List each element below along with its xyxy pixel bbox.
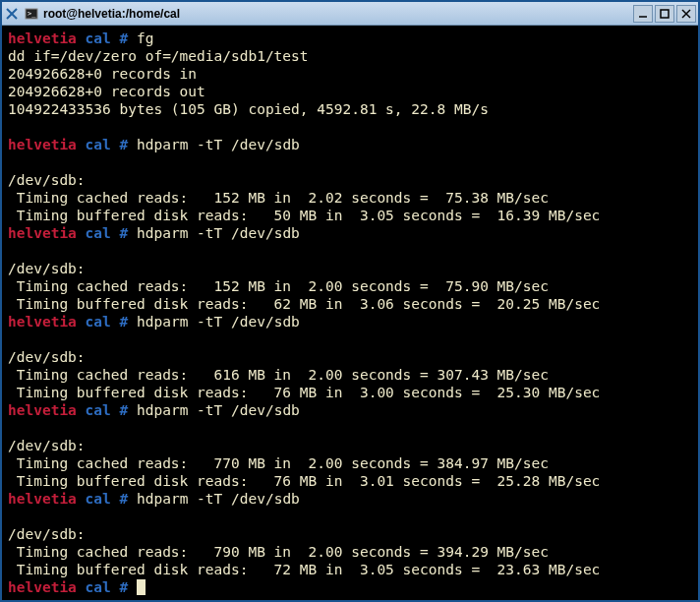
close-button[interactable] xyxy=(676,5,696,23)
prompt-hash: # xyxy=(120,402,129,418)
prompt-host: helvetia xyxy=(8,402,77,418)
prompt-dir: cal xyxy=(86,402,111,418)
prompt-host: helvetia xyxy=(8,30,77,46)
output-line: /dev/sdb: xyxy=(8,526,86,542)
prompt-hash: # xyxy=(120,225,129,241)
prompt-host: helvetia xyxy=(8,314,77,330)
output-line: Timing cached reads: 152 MB in 2.02 seco… xyxy=(8,190,549,206)
app-menu-icon[interactable] xyxy=(4,6,20,22)
minimize-button[interactable] xyxy=(633,5,653,23)
terminal-window: >_ root@helvetia:/home/cal helvetia cal … xyxy=(0,0,700,602)
prompt-host: helvetia xyxy=(8,491,77,507)
prompt-hash: # xyxy=(120,30,129,46)
output-line: Timing buffered disk reads: 50 MB in 3.0… xyxy=(8,208,600,223)
svg-text:>_: >_ xyxy=(28,10,36,18)
output-line: Timing buffered disk reads: 62 MB in 3.0… xyxy=(8,296,600,312)
output-line: Timing cached reads: 616 MB in 2.00 seco… xyxy=(8,367,549,383)
command-text: fg xyxy=(137,30,153,46)
output-line: dd if=/dev/zero of=/media/sdb1/test xyxy=(8,48,309,64)
window-title: root@helvetia:/home/cal xyxy=(43,7,633,21)
output-line: /dev/sdb: xyxy=(8,349,86,365)
cursor xyxy=(137,579,146,595)
prompt-hash: # xyxy=(120,137,129,152)
prompt-host: helvetia xyxy=(8,579,77,595)
prompt-dir: cal xyxy=(86,137,111,152)
command-text: hdparm -tT /dev/sdb xyxy=(137,137,300,152)
output-line: 204926628+0 records out xyxy=(8,84,205,99)
output-line: Timing buffered disk reads: 72 MB in 3.0… xyxy=(8,562,600,577)
window-controls xyxy=(633,5,696,23)
prompt-dir: cal xyxy=(86,30,111,46)
output-line: Timing buffered disk reads: 76 MB in 3.0… xyxy=(8,473,600,489)
output-line: Timing cached reads: 152 MB in 2.00 seco… xyxy=(8,278,549,294)
titlebar[interactable]: >_ root@helvetia:/home/cal xyxy=(2,2,698,26)
command-text: hdparm -tT /dev/sdb xyxy=(137,225,300,241)
prompt-host: helvetia xyxy=(8,225,77,241)
output-line: Timing cached reads: 790 MB in 2.00 seco… xyxy=(8,544,549,560)
output-line: /dev/sdb: xyxy=(8,438,86,453)
output-line: Timing cached reads: 770 MB in 2.00 seco… xyxy=(8,455,549,471)
maximize-button[interactable] xyxy=(655,5,674,23)
svg-rect-5 xyxy=(661,10,669,18)
output-line: Timing buffered disk reads: 76 MB in 3.0… xyxy=(8,385,600,400)
prompt-host: helvetia xyxy=(8,137,77,152)
terminal-icon: >_ xyxy=(24,6,39,22)
command-text: hdparm -tT /dev/sdb xyxy=(137,491,300,507)
output-line: 204926628+0 records in xyxy=(8,66,197,82)
prompt-dir: cal xyxy=(86,491,111,507)
prompt-hash: # xyxy=(120,579,129,595)
prompt-dir: cal xyxy=(86,579,111,595)
output-line: 104922433536 bytes (105 GB) copied, 4592… xyxy=(8,101,489,117)
prompt-dir: cal xyxy=(86,225,111,241)
output-line: /dev/sdb: xyxy=(8,261,86,276)
prompt-hash: # xyxy=(120,314,129,330)
terminal-body[interactable]: helvetia cal # fg dd if=/dev/zero of=/me… xyxy=(2,26,698,600)
prompt-dir: cal xyxy=(86,314,111,330)
output-line: /dev/sdb: xyxy=(8,172,86,188)
prompt-hash: # xyxy=(120,491,129,507)
command-text: hdparm -tT /dev/sdb xyxy=(137,402,300,418)
command-text: hdparm -tT /dev/sdb xyxy=(137,314,300,330)
